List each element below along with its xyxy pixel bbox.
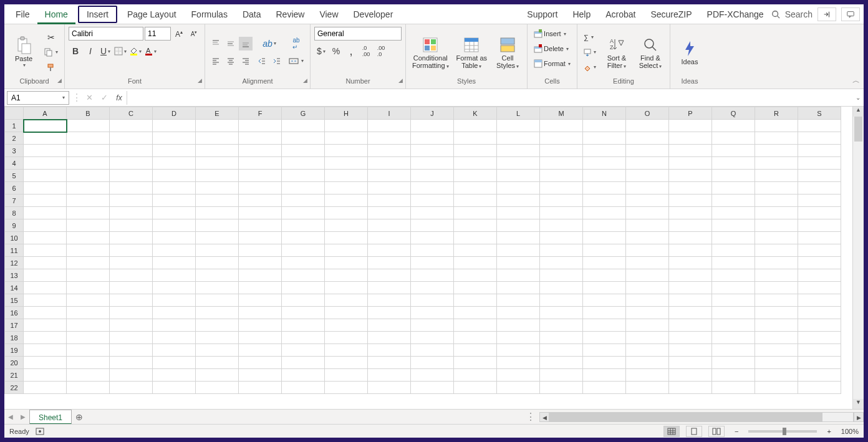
font-size-select[interactable] (145, 27, 171, 41)
cell[interactable] (24, 244, 67, 257)
cell[interactable] (153, 182, 196, 195)
cell[interactable] (24, 382, 67, 394)
cell[interactable] (24, 132, 67, 145)
cell[interactable] (540, 219, 583, 232)
cell[interactable] (411, 244, 454, 257)
cell[interactable] (497, 120, 540, 132)
cell[interactable] (368, 382, 411, 394)
cell[interactable] (712, 369, 755, 382)
cell[interactable] (153, 232, 196, 244)
cell[interactable] (368, 269, 411, 282)
cell[interactable] (239, 332, 282, 344)
cell[interactable] (669, 257, 712, 269)
cell[interactable] (24, 357, 67, 369)
cell[interactable] (712, 282, 755, 294)
tab-data[interactable]: Data (235, 4, 269, 24)
cell[interactable] (67, 294, 110, 307)
cell[interactable] (583, 232, 626, 244)
tab-help[interactable]: Help (565, 4, 598, 24)
dialog-launcher-icon[interactable]: ◢ (303, 77, 307, 84)
cell[interactable] (282, 269, 325, 282)
cell[interactable] (24, 269, 67, 282)
cell[interactable] (368, 157, 411, 170)
cell[interactable] (411, 132, 454, 145)
cell[interactable] (626, 219, 669, 232)
sheet-tab-active[interactable]: Sheet1 (29, 410, 72, 425)
align-right-button[interactable] (239, 54, 253, 68)
cell[interactable] (712, 257, 755, 269)
zoom-level[interactable]: 100% (841, 428, 859, 435)
cell[interactable] (712, 219, 755, 232)
cell[interactable] (153, 244, 196, 257)
vertical-scrollbar[interactable]: ▲ ▼ (852, 107, 864, 409)
select-all-corner[interactable] (5, 107, 24, 120)
cell[interactable] (669, 120, 712, 132)
cell[interactable] (153, 357, 196, 369)
sheet-nav-next[interactable]: ▶ (17, 413, 29, 420)
tab-support[interactable]: Support (519, 4, 565, 24)
cell[interactable] (798, 344, 841, 357)
cell[interactable] (196, 145, 239, 157)
cell[interactable] (239, 170, 282, 182)
cell[interactable] (110, 269, 153, 282)
cell[interactable] (712, 307, 755, 319)
cell[interactable] (755, 132, 798, 145)
cell[interactable] (712, 195, 755, 207)
row-header[interactable]: 11 (5, 244, 24, 257)
cell[interactable] (24, 344, 67, 357)
cell[interactable] (755, 232, 798, 244)
cell[interactable] (368, 307, 411, 319)
cell[interactable] (583, 257, 626, 269)
align-top-button[interactable] (209, 37, 223, 50)
cell[interactable] (454, 282, 497, 294)
cell[interactable] (712, 269, 755, 282)
cell[interactable] (196, 319, 239, 332)
cell[interactable] (325, 157, 368, 170)
cell[interactable] (196, 307, 239, 319)
column-header[interactable]: N (583, 107, 626, 120)
cell[interactable] (798, 382, 841, 394)
cell[interactable] (626, 244, 669, 257)
row-header[interactable]: 1 (5, 120, 24, 132)
column-header[interactable]: B (67, 107, 110, 120)
cell[interactable] (368, 344, 411, 357)
cell[interactable] (626, 307, 669, 319)
row-header[interactable]: 3 (5, 145, 24, 157)
row-header[interactable]: 7 (5, 195, 24, 207)
cell[interactable] (540, 207, 583, 219)
row-header[interactable]: 14 (5, 282, 24, 294)
column-header[interactable]: P (669, 107, 712, 120)
cell[interactable] (583, 182, 626, 195)
cell[interactable] (239, 369, 282, 382)
cell[interactable] (583, 332, 626, 344)
cell[interactable] (540, 182, 583, 195)
cell[interactable] (497, 269, 540, 282)
cell[interactable] (755, 207, 798, 219)
column-header[interactable]: E (196, 107, 239, 120)
decrease-decimal-button[interactable]: .00.0 (374, 44, 388, 58)
row-header[interactable]: 6 (5, 182, 24, 195)
cell[interactable] (110, 344, 153, 357)
row-header[interactable]: 19 (5, 344, 24, 357)
cell[interactable] (24, 232, 67, 244)
cell[interactable] (368, 145, 411, 157)
cell[interactable] (454, 182, 497, 195)
view-page-break-button[interactable] (708, 426, 725, 437)
cell[interactable] (325, 145, 368, 157)
cell[interactable] (153, 219, 196, 232)
cell[interactable] (712, 357, 755, 369)
cell[interactable] (669, 170, 712, 182)
cell[interactable] (497, 244, 540, 257)
cell[interactable] (755, 294, 798, 307)
cell[interactable] (583, 344, 626, 357)
cell[interactable] (67, 157, 110, 170)
cell[interactable] (497, 257, 540, 269)
cell[interactable] (282, 369, 325, 382)
cell[interactable] (110, 307, 153, 319)
cell[interactable] (411, 195, 454, 207)
cell[interactable] (24, 219, 67, 232)
row-header[interactable]: 5 (5, 170, 24, 182)
cell[interactable] (196, 244, 239, 257)
cell[interactable] (497, 157, 540, 170)
cell[interactable] (540, 132, 583, 145)
